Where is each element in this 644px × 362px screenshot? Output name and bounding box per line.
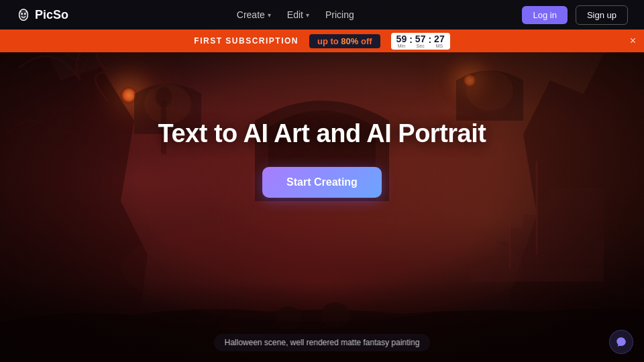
promo-badge: up to 80% off [309,34,380,48]
timer-milliseconds: 27 MS [434,34,445,48]
login-button[interactable]: Log in [522,6,567,24]
edit-chevron: ▾ [306,11,309,19]
image-caption: Halloween scene, well rendered matte fan… [214,334,431,351]
timer-colon-1: : [409,34,413,45]
svg-point-19 [24,13,26,15]
promo-banner: FIRST SUBSCRIPTION up to 80% off 59 Min … [0,29,644,52]
brand-icon [16,7,31,22]
svg-point-20 [19,11,21,13]
nav-create[interactable]: Create ▾ [237,9,271,20]
countdown-timer: 59 Min : 57 Sec : 27 MS [391,33,450,50]
chat-button[interactable] [609,330,633,354]
hero-content: Text to AI Art and AI Portrait Start Cre… [0,52,644,198]
svg-point-18 [21,13,23,15]
promo-badge-text: up to 80% off [317,36,372,46]
timer-minutes: 59 Min [396,34,407,48]
start-creating-button[interactable]: Start Creating [262,167,382,198]
promo-close-button[interactable]: × [630,35,636,47]
nav-links: Create ▾ Edit ▾ Pricing [237,9,354,20]
nav-auth: Log in Sign up [522,5,628,25]
hero-section: PicSo Create ▾ Edit ▾ Pricing Log in Sig… [0,0,644,362]
nav-pricing[interactable]: Pricing [325,9,354,20]
brand-logo[interactable]: PicSo [16,7,68,22]
timer-seconds: 57 Sec [415,34,426,48]
svg-point-21 [25,11,28,13]
navbar: PicSo Create ▾ Edit ▾ Pricing Log in Sig… [0,0,644,29]
promo-left-text: FIRST SUBSCRIPTION [194,36,299,46]
nav-edit[interactable]: Edit ▾ [287,9,309,20]
brand-name: PicSo [35,8,68,22]
create-chevron: ▾ [268,11,271,19]
signup-button[interactable]: Sign up [576,5,628,25]
hero-title: Text to AI Art and AI Portrait [158,119,486,148]
timer-colon-2: : [428,34,431,45]
chat-bubble-icon [615,336,627,348]
